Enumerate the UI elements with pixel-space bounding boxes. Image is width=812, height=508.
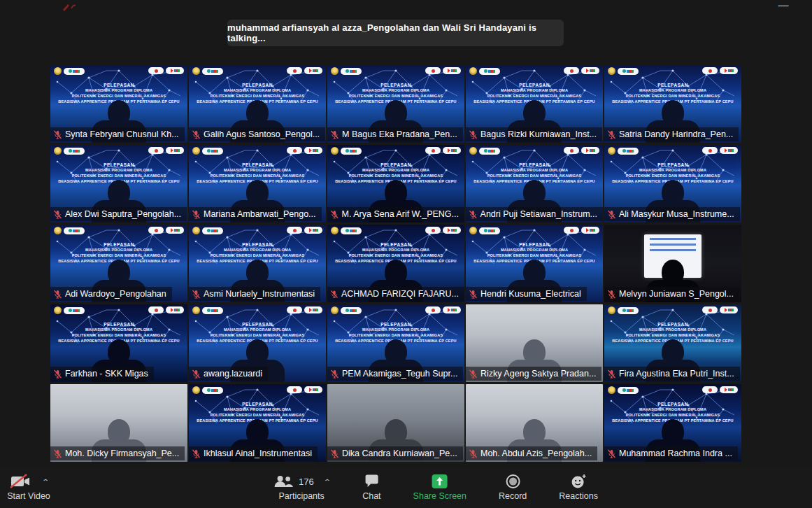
muted-mic-icon — [469, 449, 478, 458]
muted-mic-icon — [192, 369, 201, 379]
pertamina-logo-icon — [304, 227, 322, 234]
muted-mic-icon — [607, 210, 616, 219]
pem-akamigas-logo-icon — [479, 68, 500, 75]
pertamina-ep-logo-icon — [702, 386, 718, 393]
pertamina-ep-logo-icon — [287, 386, 302, 393]
participants-chevron[interactable]: ⌃ — [323, 478, 332, 486]
participant-name: Ali Masykur Musa_Instrume... — [619, 209, 734, 219]
pem-akamigas-emblem-icon — [469, 147, 477, 155]
participant-name-tag: Galih Agus Santoso_Pengol... — [189, 127, 325, 141]
participant-tile[interactable]: PELEPASAN MAHASISWA PROGRAM DIPLOMA POLI… — [466, 304, 603, 382]
participant-name-tag: Muhammad Rachma Indra ... — [604, 446, 738, 460]
tile-logos-right — [287, 147, 322, 154]
participant-tile[interactable]: PELEPASAN MAHASISWA PROGRAM DIPLOMA POLI… — [50, 304, 187, 382]
participant-name-tag: PEM Akamigas_Teguh Supr... — [327, 367, 463, 381]
pertamina-ep-logo-icon — [564, 67, 579, 74]
participant-name-tag: Satria Dandy Harindra_Pen... — [604, 127, 739, 141]
tile-logos-right — [148, 227, 184, 234]
pem-akamigas-emblem-icon — [192, 386, 200, 394]
participant-tile[interactable]: PELEPASAN MAHASISWA PROGRAM DIPLOMA POLI… — [604, 145, 741, 223]
tile-logos-right — [702, 386, 738, 393]
participant-name: Dika Candra Kurniawan_Pe... — [342, 449, 457, 458]
chat-button[interactable]: Chat — [362, 472, 380, 501]
tile-logos-right — [564, 227, 599, 234]
muted-mic-icon — [330, 449, 339, 458]
pem-akamigas-logo-icon — [618, 148, 639, 155]
participant-name-tag: Adi Wardoyo_Pengolahan — [50, 287, 172, 301]
pertamina-ep-logo-icon — [148, 67, 164, 74]
pertamina-ep-logo-icon — [564, 227, 579, 234]
pertamina-logo-icon — [443, 67, 461, 74]
muted-mic-icon — [469, 130, 478, 139]
participant-name: Adi Wardoyo_Pengolahan — [65, 289, 166, 299]
participants-icon — [273, 474, 294, 488]
muted-mic-icon — [607, 369, 616, 379]
participant-tile[interactable]: PELEPASAN MAHASISWA PROGRAM DIPLOMA POLI… — [327, 145, 464, 223]
participant-name: Moh. Dicky Firmansyah_Pe... — [65, 449, 179, 458]
muted-mic-icon — [330, 369, 339, 379]
participant-tile[interactable]: PELEPASAN MAHASISWA PROGRAM DIPLOMA POLI… — [50, 384, 187, 462]
muted-mic-icon — [192, 290, 201, 299]
participant-name: PEM Akamigas_Teguh Supr... — [342, 369, 457, 379]
participant-name: Farkhan - SKK Migas — [65, 369, 148, 379]
share-screen-label: Share Screen — [413, 491, 466, 501]
pertamina-ep-logo-icon — [425, 67, 441, 74]
muted-mic-icon — [469, 210, 478, 219]
participant-tile[interactable]: PELEPASAN MAHASISWA PROGRAM DIPLOMA POLI… — [189, 65, 326, 143]
participant-tile[interactable]: PELEPASAN MAHASISWA PROGRAM DIPLOMA POLI… — [189, 145, 326, 223]
tile-logos-left — [54, 227, 85, 234]
share-screen-button[interactable]: Share Screen — [413, 472, 466, 501]
pem-akamigas-emblem-icon — [54, 67, 62, 75]
pem-akamigas-emblem-icon — [192, 147, 200, 155]
pertamina-logo-icon — [304, 386, 322, 393]
pertamina-logo-icon — [581, 67, 599, 74]
pem-akamigas-emblem-icon — [54, 227, 62, 234]
participant-tile[interactable]: PELEPASAN MAHASISWA PROGRAM DIPLOMA POLI… — [466, 145, 603, 223]
participant-tile[interactable]: PELEPASAN MAHASISWA PROGRAM DIPLOMA POLI… — [604, 225, 741, 302]
chat-icon — [364, 474, 379, 488]
participant-tile[interactable]: PELEPASAN MAHASISWA PROGRAM DIPLOMA POLI… — [189, 304, 326, 382]
start-video-button[interactable]: ⌃ Start Video — [0, 472, 67, 501]
participant-tile[interactable]: PELEPASAN MAHASISWA PROGRAM DIPLOMA POLI… — [466, 384, 603, 462]
participant-name: Bagus Rizki Kurniawan_Inst... — [480, 129, 597, 139]
participant-tile[interactable]: PELEPASAN MAHASISWA PROGRAM DIPLOMA POLI… — [327, 384, 464, 462]
participant-tile[interactable]: PELEPASAN MAHASISWA PROGRAM DIPLOMA POLI… — [327, 225, 464, 302]
reactions-button[interactable]: Reactions — [559, 472, 598, 501]
record-button[interactable]: Record — [499, 472, 527, 501]
minimize-button[interactable]: — — [774, 0, 792, 13]
participant-name: Galih Agus Santoso_Pengol... — [204, 129, 320, 139]
pertamina-logo-icon — [720, 306, 738, 313]
participant-tile[interactable]: PELEPASAN MAHASISWA PROGRAM DIPLOMA POLI… — [50, 225, 187, 302]
tile-logos-right — [702, 147, 738, 154]
pertamina-logo-icon — [304, 306, 322, 313]
participant-tile[interactable]: PELEPASAN MAHASISWA PROGRAM DIPLOMA POLI… — [466, 225, 603, 302]
participant-tile[interactable]: PELEPASAN MAHASISWA PROGRAM DIPLOMA POLI… — [327, 304, 464, 382]
participant-tile[interactable]: PELEPASAN MAHASISWA PROGRAM DIPLOMA POLI… — [466, 65, 603, 143]
pertamina-ep-logo-icon — [425, 306, 441, 313]
zoom-meeting-window: — muhammad arfiansyah al azza_Pengolahan… — [0, 0, 812, 508]
chat-label: Chat — [362, 491, 380, 501]
participant-tile[interactable]: PELEPASAN MAHASISWA PROGRAM DIPLOMA POLI… — [189, 225, 326, 302]
participant-tile[interactable]: PELEPASAN MAHASISWA PROGRAM DIPLOMA POLI… — [604, 304, 741, 382]
pem-akamigas-emblem-icon — [192, 227, 200, 234]
tile-logos-right — [425, 147, 461, 154]
participants-button[interactable]: 176 ⌃ Participants — [273, 472, 330, 501]
pem-akamigas-emblem-icon — [331, 227, 339, 234]
tile-logos-left — [331, 67, 362, 75]
pertamina-ep-logo-icon — [148, 147, 164, 154]
pem-akamigas-logo-icon — [618, 307, 639, 314]
tile-logos-right — [702, 67, 738, 74]
share-screen-icon — [432, 474, 448, 489]
participant-tile[interactable]: PELEPASAN MAHASISWA PROGRAM DIPLOMA POLI… — [50, 145, 187, 223]
annotation-pen-icon — [62, 2, 77, 12]
participant-tile[interactable]: PELEPASAN MAHASISWA PROGRAM DIPLOMA POLI… — [189, 384, 326, 462]
participant-name-tag: Moh. Dicky Firmansyah_Pe... — [50, 446, 185, 460]
muted-mic-icon — [192, 449, 201, 458]
active-speaker-toast: muhammad arfiansyah al azza_Pengolahan d… — [227, 20, 564, 46]
participant-tile[interactable]: PELEPASAN MAHASISWA PROGRAM DIPLOMA POLI… — [604, 65, 741, 143]
participant-name-tag: ACHMAD FARIZQI FAJARU... — [327, 287, 464, 301]
video-options-chevron[interactable]: ⌃ — [41, 478, 50, 486]
participant-tile[interactable]: PELEPASAN MAHASISWA PROGRAM DIPLOMA POLI… — [327, 65, 464, 143]
participant-tile[interactable]: PELEPASAN MAHASISWA PROGRAM DIPLOMA POLI… — [604, 384, 741, 462]
participant-tile[interactable]: PELEPASAN MAHASISWA PROGRAM DIPLOMA POLI… — [50, 65, 187, 143]
